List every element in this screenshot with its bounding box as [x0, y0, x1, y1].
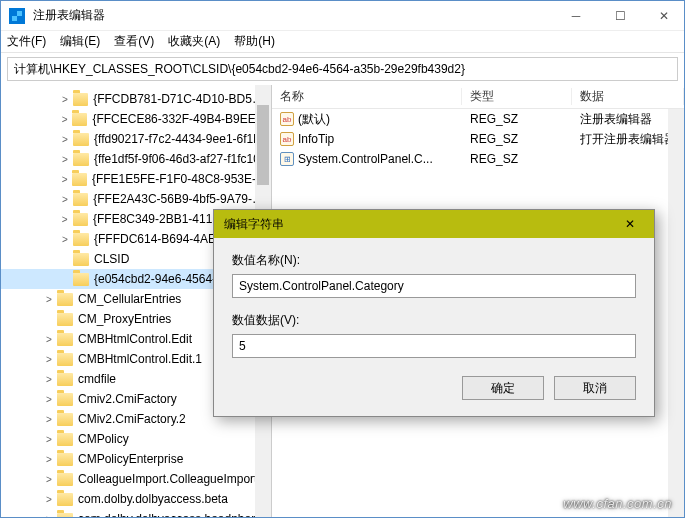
- tree-item-label: CM_ProxyEntries: [78, 312, 171, 326]
- expand-icon[interactable]: >: [59, 94, 71, 105]
- tree-item-label: {ffd90217-f7c2-4434-9ee1-6f1b5: [94, 132, 267, 146]
- folder-icon: [57, 373, 73, 386]
- list-body: ab(默认)REG_SZ注册表编辑器abInfoTipREG_SZ打开注册表编辑…: [272, 109, 684, 169]
- maximize-button[interactable]: ☐: [608, 6, 632, 26]
- ok-button[interactable]: 确定: [462, 376, 544, 400]
- folder-icon: [73, 213, 88, 226]
- tree-item-label: {FFCDB781-D71C-4D10-BD5F-04: [93, 92, 271, 106]
- tree-item-label: CM_CellularEntries: [78, 292, 181, 306]
- tree-item[interactable]: >{ffe1df5f-9f06-46d3-af27-f1fc10: [1, 149, 271, 169]
- tree-item[interactable]: >{FFCECE86-332F-49B4-B9EE-7FE: [1, 109, 271, 129]
- value-data-input[interactable]: [232, 334, 636, 358]
- tree-item-label: CMBHtmlControl.Edit: [78, 332, 192, 346]
- expand-icon[interactable]: >: [43, 454, 55, 465]
- folder-icon: [73, 93, 89, 106]
- expand-icon[interactable]: >: [43, 474, 55, 485]
- close-button[interactable]: ✕: [652, 6, 676, 26]
- tree-scroll-thumb[interactable]: [257, 105, 269, 185]
- folder-icon: [72, 173, 87, 186]
- dialog-title-text: 编辑字符串: [224, 216, 616, 233]
- folder-icon: [73, 153, 89, 166]
- tree-item-label: CMBHtmlControl.Edit.1: [78, 352, 202, 366]
- expand-icon[interactable]: >: [59, 194, 71, 205]
- list-row[interactable]: ⊞System.ControlPanel.C...REG_SZ: [272, 149, 684, 169]
- dialog-body: 数值名称(N): 数值数据(V): 确定 取消: [214, 238, 654, 416]
- window-title: 注册表编辑器: [33, 7, 564, 24]
- expand-icon[interactable]: >: [43, 354, 55, 365]
- menu-view[interactable]: 查看(V): [114, 33, 154, 50]
- expand-icon[interactable]: >: [59, 134, 71, 145]
- tree-item[interactable]: >com.dolby.dolbyaccess.headphone: [1, 509, 271, 517]
- cell-type: REG_SZ: [462, 132, 572, 146]
- tree-item-label: {FFE1E5FE-F1F0-48C8-953E-72BA: [92, 172, 271, 186]
- folder-icon: [57, 493, 73, 506]
- cancel-button[interactable]: 取消: [554, 376, 636, 400]
- tree-item-label: com.dolby.dolbyaccess.headphone: [78, 512, 265, 517]
- window-controls: ─ ☐ ✕: [564, 6, 676, 26]
- expand-icon[interactable]: >: [43, 494, 55, 505]
- tree-item-label: {ffe1df5f-9f06-46d3-af27-f1fc10: [94, 152, 260, 166]
- cell-data: 注册表编辑器: [572, 111, 684, 128]
- cell-type: REG_SZ: [462, 152, 572, 166]
- tree-item-label: cmdfile: [78, 372, 116, 386]
- tree-item[interactable]: >{FFCDB781-D71C-4D10-BD5F-04: [1, 89, 271, 109]
- list-row[interactable]: abInfoTipREG_SZ打开注册表编辑器: [272, 129, 684, 149]
- folder-icon: [57, 433, 73, 446]
- col-name[interactable]: 名称: [272, 88, 462, 105]
- expand-icon[interactable]: >: [59, 174, 70, 185]
- minimize-button[interactable]: ─: [564, 6, 588, 26]
- tree-item[interactable]: >ColleagueImport.ColleagueImporta: [1, 469, 271, 489]
- folder-icon: [73, 193, 89, 206]
- tree-item[interactable]: >com.dolby.dolbyaccess.beta: [1, 489, 271, 509]
- folder-icon: [57, 473, 73, 486]
- tree-item-label: ColleagueImport.ColleagueImporta: [78, 472, 264, 486]
- expand-icon[interactable]: >: [59, 234, 71, 245]
- menu-help[interactable]: 帮助(H): [234, 33, 275, 50]
- folder-icon: [57, 293, 73, 306]
- expand-icon[interactable]: >: [43, 334, 55, 345]
- tree-item[interactable]: >CMPolicy: [1, 429, 271, 449]
- value-data-label: 数值数据(V):: [232, 312, 636, 329]
- expand-icon[interactable]: >: [59, 214, 71, 225]
- list-row[interactable]: ab(默认)REG_SZ注册表编辑器: [272, 109, 684, 129]
- col-type[interactable]: 类型: [462, 88, 572, 105]
- expand-icon[interactable]: >: [43, 294, 55, 305]
- expand-icon[interactable]: >: [59, 154, 71, 165]
- tree-item[interactable]: >{ffd90217-f7c2-4434-9ee1-6f1b5: [1, 129, 271, 149]
- cell-name: ⊞System.ControlPanel.C...: [272, 152, 462, 167]
- folder-icon: [73, 133, 89, 146]
- expand-icon[interactable]: >: [43, 434, 55, 445]
- col-data[interactable]: 数据: [572, 88, 684, 105]
- tree-item-label: CLSID: [94, 252, 129, 266]
- folder-icon: [57, 313, 73, 326]
- cell-data: 打开注册表编辑器: [572, 131, 684, 148]
- menu-bar: 文件(F) 编辑(E) 查看(V) 收藏夹(A) 帮助(H): [1, 31, 684, 53]
- menu-edit[interactable]: 编辑(E): [60, 33, 100, 50]
- edit-string-dialog: 编辑字符串 ✕ 数值名称(N): 数值数据(V): 确定 取消: [213, 209, 655, 417]
- expand-icon[interactable]: >: [43, 394, 55, 405]
- menu-favorites[interactable]: 收藏夹(A): [168, 33, 220, 50]
- dialog-close-button[interactable]: ✕: [616, 214, 644, 234]
- tree-item-label: {FFE2A43C-56B9-4bf5-9A79-CC6: [93, 192, 271, 206]
- tree-item-label: com.dolby.dolbyaccess.beta: [78, 492, 228, 506]
- folder-icon: [57, 413, 73, 426]
- cell-type: REG_SZ: [462, 112, 572, 126]
- tree-item-label: Cmiv2.CmiFactory: [78, 392, 177, 406]
- value-name-label: 数值名称(N):: [232, 252, 636, 269]
- folder-icon: [73, 253, 89, 266]
- reg-string-icon: ab: [280, 112, 294, 126]
- tree-item[interactable]: >{FFE1E5FE-F1F0-48C8-953E-72BA: [1, 169, 271, 189]
- menu-file[interactable]: 文件(F): [7, 33, 46, 50]
- tree-item-label: {e054cbd2-94e6-4564-a: [94, 272, 223, 286]
- expand-icon[interactable]: >: [59, 114, 70, 125]
- expand-icon[interactable]: >: [43, 514, 55, 518]
- expand-icon[interactable]: >: [43, 414, 55, 425]
- tree-item[interactable]: >{FFE2A43C-56B9-4bf5-9A79-CC6: [1, 189, 271, 209]
- expand-icon[interactable]: >: [43, 374, 55, 385]
- folder-icon: [73, 273, 89, 286]
- tree-item[interactable]: >CMPolicyEnterprise: [1, 449, 271, 469]
- cell-name: abInfoTip: [272, 132, 462, 147]
- address-bar[interactable]: 计算机\HKEY_CLASSES_ROOT\CLSID\{e054cbd2-94…: [7, 57, 678, 81]
- value-name-input[interactable]: [232, 274, 636, 298]
- dialog-titlebar[interactable]: 编辑字符串 ✕: [214, 210, 654, 238]
